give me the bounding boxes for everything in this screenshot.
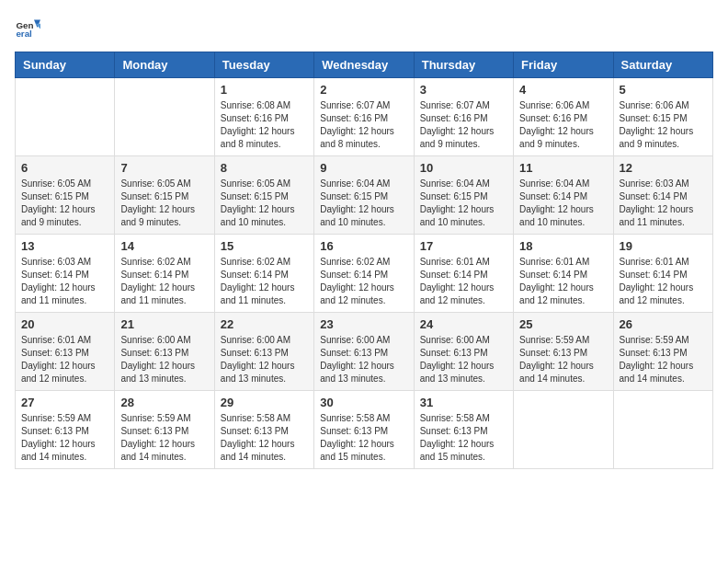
day-info: Sunrise: 6:07 AM Sunset: 6:16 PM Dayligh… xyxy=(320,99,407,151)
day-number: 2 xyxy=(320,83,407,97)
week-row-0: 1Sunrise: 6:08 AM Sunset: 6:16 PM Daylig… xyxy=(16,78,713,156)
calendar-cell: 9Sunrise: 6:04 AM Sunset: 6:15 PM Daylig… xyxy=(314,156,414,235)
day-number: 4 xyxy=(519,83,607,97)
day-number: 11 xyxy=(519,161,607,175)
weekday-header-wednesday: Wednesday xyxy=(314,52,414,78)
calendar-cell: 29Sunrise: 5:58 AM Sunset: 6:13 PM Dayli… xyxy=(214,391,313,469)
day-number: 9 xyxy=(320,161,407,175)
calendar-cell: 20Sunrise: 6:01 AM Sunset: 6:13 PM Dayli… xyxy=(16,313,115,391)
calendar-cell: 31Sunrise: 5:58 AM Sunset: 6:13 PM Dayli… xyxy=(414,391,513,469)
day-number: 18 xyxy=(519,239,607,253)
calendar-cell: 8Sunrise: 6:05 AM Sunset: 6:15 PM Daylig… xyxy=(214,156,313,235)
calendar-cell: 2Sunrise: 6:07 AM Sunset: 6:16 PM Daylig… xyxy=(314,78,414,156)
calendar-cell: 15Sunrise: 6:02 AM Sunset: 6:14 PM Dayli… xyxy=(214,235,313,313)
day-number: 30 xyxy=(320,396,407,409)
day-info: Sunrise: 6:02 AM Sunset: 6:14 PM Dayligh… xyxy=(221,256,308,307)
day-number: 13 xyxy=(21,239,108,253)
week-row-4: 27Sunrise: 5:59 AM Sunset: 6:13 PM Dayli… xyxy=(16,391,713,469)
weekday-header-tuesday: Tuesday xyxy=(214,52,313,78)
day-info: Sunrise: 5:59 AM Sunset: 6:13 PM Dayligh… xyxy=(120,412,208,464)
calendar-cell: 21Sunrise: 6:00 AM Sunset: 6:13 PM Dayli… xyxy=(115,313,214,391)
day-info: Sunrise: 5:59 AM Sunset: 6:13 PM Dayligh… xyxy=(21,412,108,464)
day-info: Sunrise: 6:00 AM Sunset: 6:13 PM Dayligh… xyxy=(120,334,208,385)
day-number: 15 xyxy=(221,239,308,253)
day-info: Sunrise: 6:04 AM Sunset: 6:15 PM Dayligh… xyxy=(320,178,407,229)
calendar-body: 1Sunrise: 6:08 AM Sunset: 6:16 PM Daylig… xyxy=(16,78,713,469)
day-info: Sunrise: 6:08 AM Sunset: 6:16 PM Dayligh… xyxy=(221,99,308,151)
day-number: 12 xyxy=(620,161,707,175)
day-number: 20 xyxy=(21,317,108,331)
day-number: 31 xyxy=(420,396,507,409)
day-info: Sunrise: 6:01 AM Sunset: 6:14 PM Dayligh… xyxy=(620,256,707,307)
day-number: 28 xyxy=(120,396,208,409)
calendar-cell: 17Sunrise: 6:01 AM Sunset: 6:14 PM Dayli… xyxy=(414,235,513,313)
day-info: Sunrise: 5:59 AM Sunset: 6:13 PM Dayligh… xyxy=(519,334,607,385)
calendar-cell: 11Sunrise: 6:04 AM Sunset: 6:14 PM Dayli… xyxy=(514,156,613,235)
day-number: 17 xyxy=(420,239,507,253)
day-info: Sunrise: 6:02 AM Sunset: 6:14 PM Dayligh… xyxy=(120,256,208,307)
calendar-cell: 3Sunrise: 6:07 AM Sunset: 6:16 PM Daylig… xyxy=(414,78,513,156)
calendar-cell: 5Sunrise: 6:06 AM Sunset: 6:15 PM Daylig… xyxy=(613,78,712,156)
day-info: Sunrise: 6:05 AM Sunset: 6:15 PM Dayligh… xyxy=(21,178,108,229)
day-info: Sunrise: 6:00 AM Sunset: 6:13 PM Dayligh… xyxy=(221,334,308,385)
day-number: 26 xyxy=(620,317,707,331)
day-number: 7 xyxy=(120,161,208,175)
calendar-cell xyxy=(514,391,613,469)
calendar-cell: 18Sunrise: 6:01 AM Sunset: 6:14 PM Dayli… xyxy=(514,235,613,313)
day-info: Sunrise: 6:06 AM Sunset: 6:15 PM Dayligh… xyxy=(620,99,707,151)
calendar-cell: 7Sunrise: 6:05 AM Sunset: 6:15 PM Daylig… xyxy=(115,156,214,235)
calendar-cell: 4Sunrise: 6:06 AM Sunset: 6:16 PM Daylig… xyxy=(514,78,613,156)
day-info: Sunrise: 6:06 AM Sunset: 6:16 PM Dayligh… xyxy=(519,99,607,151)
day-number: 6 xyxy=(21,161,108,175)
day-info: Sunrise: 6:01 AM Sunset: 6:14 PM Dayligh… xyxy=(420,256,507,307)
day-number: 19 xyxy=(620,239,707,253)
calendar-cell: 16Sunrise: 6:02 AM Sunset: 6:14 PM Dayli… xyxy=(314,235,414,313)
day-number: 5 xyxy=(620,83,707,97)
week-row-3: 20Sunrise: 6:01 AM Sunset: 6:13 PM Dayli… xyxy=(16,313,713,391)
day-info: Sunrise: 6:04 AM Sunset: 6:14 PM Dayligh… xyxy=(519,178,607,229)
day-info: Sunrise: 6:07 AM Sunset: 6:16 PM Dayligh… xyxy=(420,99,507,151)
calendar-cell: 19Sunrise: 6:01 AM Sunset: 6:14 PM Dayli… xyxy=(613,235,712,313)
calendar-cell: 14Sunrise: 6:02 AM Sunset: 6:14 PM Dayli… xyxy=(115,235,214,313)
weekday-header-thursday: Thursday xyxy=(414,52,513,78)
day-number: 23 xyxy=(320,317,407,331)
weekday-header-monday: Monday xyxy=(115,52,214,78)
weekday-header-sunday: Sunday xyxy=(16,52,115,78)
logo: Gen eral xyxy=(15,15,44,40)
calendar-cell: 27Sunrise: 5:59 AM Sunset: 6:13 PM Dayli… xyxy=(16,391,115,469)
day-number: 14 xyxy=(120,239,208,253)
day-number: 3 xyxy=(420,83,507,97)
day-info: Sunrise: 6:01 AM Sunset: 6:13 PM Dayligh… xyxy=(21,334,108,385)
calendar-cell: 28Sunrise: 5:59 AM Sunset: 6:13 PM Dayli… xyxy=(115,391,214,469)
day-info: Sunrise: 5:58 AM Sunset: 6:13 PM Dayligh… xyxy=(420,412,507,464)
logo-icon: Gen eral xyxy=(15,15,40,40)
weekday-header-saturday: Saturday xyxy=(613,52,712,78)
calendar-cell: 12Sunrise: 6:03 AM Sunset: 6:14 PM Dayli… xyxy=(613,156,712,235)
day-info: Sunrise: 6:05 AM Sunset: 6:15 PM Dayligh… xyxy=(221,178,308,229)
day-number: 21 xyxy=(120,317,208,331)
calendar-cell: 22Sunrise: 6:00 AM Sunset: 6:13 PM Dayli… xyxy=(214,313,313,391)
day-number: 16 xyxy=(320,239,407,253)
day-info: Sunrise: 6:00 AM Sunset: 6:13 PM Dayligh… xyxy=(420,334,507,385)
day-number: 8 xyxy=(221,161,308,175)
day-info: Sunrise: 6:02 AM Sunset: 6:14 PM Dayligh… xyxy=(320,256,407,307)
week-row-2: 13Sunrise: 6:03 AM Sunset: 6:14 PM Dayli… xyxy=(16,235,713,313)
day-info: Sunrise: 6:01 AM Sunset: 6:14 PM Dayligh… xyxy=(519,256,607,307)
day-info: Sunrise: 6:05 AM Sunset: 6:15 PM Dayligh… xyxy=(120,178,208,229)
calendar-cell: 10Sunrise: 6:04 AM Sunset: 6:15 PM Dayli… xyxy=(414,156,513,235)
day-number: 1 xyxy=(221,83,308,97)
calendar-cell: 6Sunrise: 6:05 AM Sunset: 6:15 PM Daylig… xyxy=(16,156,115,235)
calendar-cell: 30Sunrise: 5:58 AM Sunset: 6:13 PM Dayli… xyxy=(314,391,414,469)
calendar-cell: 13Sunrise: 6:03 AM Sunset: 6:14 PM Dayli… xyxy=(16,235,115,313)
calendar-cell xyxy=(16,78,115,156)
week-row-1: 6Sunrise: 6:05 AM Sunset: 6:15 PM Daylig… xyxy=(16,156,713,235)
day-number: 10 xyxy=(420,161,507,175)
header: Gen eral xyxy=(15,15,713,40)
calendar-cell: 26Sunrise: 5:59 AM Sunset: 6:13 PM Dayli… xyxy=(613,313,712,391)
calendar-cell xyxy=(115,78,214,156)
day-number: 25 xyxy=(519,317,607,331)
day-info: Sunrise: 6:03 AM Sunset: 6:14 PM Dayligh… xyxy=(620,178,707,229)
calendar-cell xyxy=(613,391,712,469)
day-info: Sunrise: 5:58 AM Sunset: 6:13 PM Dayligh… xyxy=(221,412,308,464)
day-info: Sunrise: 6:04 AM Sunset: 6:15 PM Dayligh… xyxy=(420,178,507,229)
